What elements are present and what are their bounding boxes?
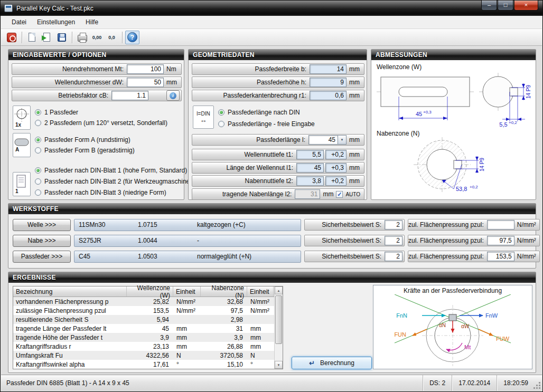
scroll-thumb[interactable] — [275, 295, 282, 344]
scroll-down-button[interactable]: ▼ — [275, 361, 283, 369]
print-button[interactable] — [75, 31, 89, 44]
wellennuttiefe-input[interactable]: 5,5 — [296, 150, 324, 159]
cell: ° — [247, 361, 274, 368]
radio-icon[interactable] — [35, 137, 41, 143]
radio-laenge-frei[interactable]: Passfederlänge - freie Eingabe — [218, 120, 315, 128]
auto-checkbox[interactable]: ✓ — [336, 191, 343, 198]
radio-icon[interactable] — [35, 178, 41, 185]
scroll-up-button[interactable]: ▲ — [275, 286, 283, 294]
col-einheit-2[interactable]: Einheit — [247, 286, 274, 297]
passfederlaenge-input[interactable]: 45 — [308, 135, 338, 145]
passfederhoehe-label: Passfederhöhe h: — [192, 79, 310, 86]
wellendurchmesser-row: Wellendurchmesser dW: 50 mm — [12, 77, 182, 88]
nabennuttiefe-toleranz[interactable]: +0,2 — [325, 176, 347, 186]
material-treatment: - — [197, 237, 301, 244]
resize-grip[interactable] — [535, 375, 542, 391]
berechnung-label: Berechnung — [320, 359, 354, 367]
wellendurchmesser-input[interactable]: 50 — [127, 78, 164, 87]
minimize-button[interactable]: – — [481, 1, 497, 11]
welle-button[interactable]: Welle >>> — [13, 219, 71, 231]
exit-icon — [7, 33, 16, 42]
betriebsfaktor-input[interactable]: 1.1 — [111, 91, 148, 100]
passfederhoehe-input[interactable]: 9 — [310, 78, 347, 87]
radio-din-blatt-1[interactable]: Passfeder nach DIN-Blatt 1 (hohe Form, S… — [35, 167, 187, 174]
sicherheitsbeiwert-input[interactable]: 2 — [385, 220, 402, 230]
new-file-button[interactable] — [25, 31, 39, 44]
wellennuttiefe-toleranz[interactable]: +0,2 — [325, 150, 347, 159]
key-form-a-icon — [14, 138, 29, 147]
passfeder-button[interactable]: Passfeder >>> — [13, 251, 71, 263]
cell: 15,10 — [201, 361, 247, 368]
col-nabenzone[interactable]: Nabenzone (N) — [201, 286, 247, 297]
cell: N — [247, 352, 274, 359]
radio-din-blatt-3[interactable]: Passfeder nach DIN-Blatt 3 (niedrige For… — [35, 189, 166, 196]
save-button[interactable] — [54, 31, 69, 44]
label-fnw: FnW — [485, 312, 498, 319]
sicherheitsbeiwert-input[interactable]: 2 — [385, 252, 402, 261]
betriebsfaktor-label: Betriebsfaktor cB: — [12, 92, 111, 99]
col-einheit-1[interactable]: Einheit — [173, 286, 201, 297]
exit-button[interactable] — [4, 31, 18, 44]
radio-din-blatt-2[interactable]: Passfeder nach DIN-Blatt 2 (für Werkzeug… — [35, 178, 195, 185]
wellennut-laenge-input[interactable]: 45 — [296, 163, 324, 173]
title-bar[interactable]: Parallel Key Calc - Test.pkc – □ × — [1, 1, 542, 16]
decimal-increase-button[interactable]: 0,00 — [90, 31, 104, 44]
toolbar-separator — [22, 32, 22, 43]
radio-laenge-nach-din[interactable]: Passfederlänge nach DIN — [218, 109, 300, 116]
help-button[interactable]: ? — [125, 31, 139, 44]
close-button[interactable]: × — [514, 1, 538, 11]
wellennut-laenge-toleranz[interactable]: +0,3 — [325, 163, 347, 173]
radio-2-passfedern[interactable]: 2 Passfedern (um 120° versetzt, Sonderfa… — [35, 119, 167, 127]
flaechenpressung-input[interactable] — [487, 220, 514, 230]
nabennuttiefe-input[interactable]: 3,8 — [296, 176, 324, 186]
material-number: 1.0715 — [138, 221, 197, 228]
table-row: zulässige Flächenpressung pzul153,5N/mm²… — [13, 306, 275, 315]
berechnung-button[interactable]: ↵ Berechnung — [292, 357, 372, 369]
cell: vorhandenen Flächenpressung p — [13, 298, 127, 305]
nabe-button[interactable]: Nabe >>> — [13, 235, 71, 247]
radio-form-b[interactable]: Passfeder Form B (geradstirnig) — [35, 147, 135, 154]
passfederlaenge-dropdown[interactable]: ▼ — [338, 135, 347, 145]
panel-abmessungen-header: ABMESSUNGEN — [371, 50, 536, 60]
decimal-increase-icon: 0,00 — [92, 35, 102, 40]
radio-form-a[interactable]: Passfeder Form A (rundstirnig) — [35, 136, 130, 144]
nenndrehmoment-input[interactable]: 100 — [127, 64, 164, 74]
cell: N/mm² — [173, 298, 201, 305]
dim-welle-laenge-tol: +0,3 — [423, 110, 432, 114]
menu-datei[interactable]: Datei — [6, 16, 32, 28]
betriebsfaktor-info-button[interactable]: i — [166, 90, 180, 101]
menu-einstellungen[interactable]: Einstellungen — [32, 16, 80, 28]
sicherheitsbeiwert-input[interactable]: 2 — [385, 236, 402, 245]
cell: 3,9 — [127, 334, 173, 341]
nabe-material-bar[interactable]: S275JR 1.0044 - — [74, 235, 301, 247]
material-name: C45 — [74, 253, 138, 260]
passfeder-material-bar[interactable]: C45 1.0503 normalgeglüht (+N) — [74, 251, 301, 263]
radio-1-passfeder[interactable]: 1 Passfeder — [35, 109, 78, 116]
toolbar-separator — [72, 32, 72, 43]
open-file-button[interactable] — [40, 31, 54, 44]
radio-icon[interactable] — [218, 121, 224, 127]
table-scrollbar[interactable]: ▲ ▼ — [274, 286, 283, 369]
passfederbreite-input[interactable]: 14 — [310, 64, 347, 74]
flaechenpressung-input[interactable]: 97,5 — [487, 236, 514, 245]
radio-icon[interactable] — [35, 189, 41, 196]
radio-icon[interactable] — [35, 167, 41, 174]
app-icon — [4, 4, 13, 12]
kantenbrechung-input[interactable]: 0,6 — [310, 91, 347, 100]
panel-werkstoffe-header: WERKSTOFFE — [8, 204, 536, 214]
decimal-decrease-button[interactable]: 0,0 — [105, 31, 119, 44]
radio-icon[interactable] — [35, 147, 41, 154]
new-file-icon — [29, 33, 35, 42]
col-bezeichnung[interactable]: Bezeichnung — [13, 286, 127, 297]
cell: tragende Höhe der Passfeder t — [13, 334, 127, 341]
maximize-button[interactable]: □ — [498, 1, 513, 11]
col-wellenzone[interactable]: Wellenzone (W) — [127, 286, 173, 297]
menu-hilfe[interactable]: Hilfe — [80, 16, 104, 28]
app-window: Parallel Key Calc - Test.pkc – □ × Datei… — [0, 0, 543, 392]
passfederhoehe-row: Passfederhöhe h: 9 mm — [192, 77, 364, 88]
radio-icon[interactable] — [218, 109, 224, 116]
radio-icon[interactable] — [35, 120, 41, 126]
welle-material-bar[interactable]: 11SMn30 1.0715 kaltgezogen (+C) — [74, 219, 301, 231]
flaechenpressung-input[interactable]: 153,5 — [487, 252, 514, 261]
radio-icon[interactable] — [35, 109, 41, 116]
